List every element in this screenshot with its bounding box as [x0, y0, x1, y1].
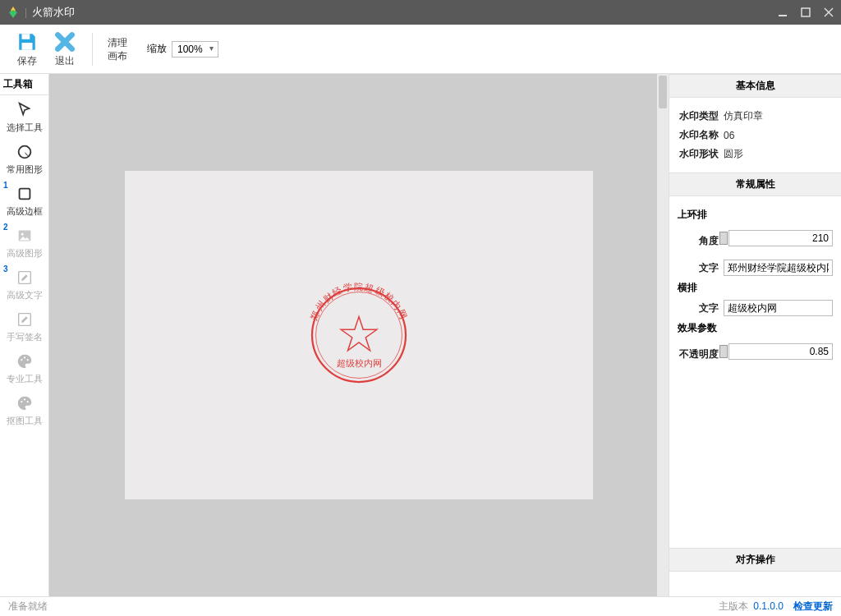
svg-rect-7 — [22, 43, 33, 50]
tool-label: 高级图形 — [7, 247, 43, 260]
svg-rect-3 — [802, 8, 810, 16]
minimize-button[interactable] — [777, 7, 788, 18]
tool-0[interactable]: 选择工具 — [0, 95, 48, 137]
svg-point-20 — [23, 398, 25, 400]
opacity-input[interactable] — [728, 343, 833, 360]
tool-label: 选择工具 — [7, 122, 43, 134]
svg-point-13 — [21, 233, 23, 236]
status-text: 准备就绪 — [8, 600, 48, 614]
toolbar-separator — [92, 33, 93, 66]
exit-button[interactable]: 退出 — [46, 28, 84, 70]
app-title: 火箭水印 — [32, 5, 777, 20]
tool-3[interactable]: 2高级图形 — [0, 221, 48, 263]
clear-label-1: 清理 — [108, 36, 127, 49]
normal-props-section: 上环排 角度 文字 横排 文字 效果参数 不透明度 — [669, 196, 841, 379]
edit-icon — [15, 310, 34, 329]
svg-point-17 — [23, 356, 25, 358]
shape-label: 水印形状 — [678, 147, 724, 161]
name-label: 水印名称 — [678, 128, 724, 142]
tool-badge: 3 — [3, 264, 8, 274]
svg-rect-6 — [22, 34, 30, 39]
edit-icon — [15, 268, 34, 287]
svg-point-21 — [26, 401, 28, 402]
tool-1[interactable]: 常用图形 — [0, 137, 48, 179]
canvas[interactable]: 郑州财经学院超级校内网 超级校内网 — [125, 171, 593, 499]
tool-4[interactable]: 3高级文字 — [0, 263, 48, 305]
zoom-label: 缩放 — [147, 42, 167, 56]
tool-label: 手写签名 — [7, 331, 43, 343]
align-header: 对齐操作 — [669, 548, 841, 572]
upper-text-label: 文字 — [678, 261, 724, 275]
main-toolbar: 保存 退出 清理 画布 缩放 100% — [0, 25, 841, 74]
upper-text-input[interactable] — [724, 260, 833, 276]
tool-6[interactable]: 专业工具 — [0, 347, 48, 388]
tool-2[interactable]: 1高级边框 — [0, 179, 48, 221]
square-icon — [15, 184, 34, 204]
close-button[interactable] — [823, 7, 834, 18]
horiz-text-input[interactable] — [724, 300, 833, 316]
stamp-watermark[interactable]: 郑州财经学院超级校内网 超级校内网 — [297, 274, 420, 397]
version-value: 0.1.0.0 — [753, 600, 784, 612]
name-value: 06 — [724, 130, 833, 141]
svg-point-19 — [21, 401, 22, 402]
window-buttons — [777, 7, 834, 18]
exit-icon — [54, 30, 76, 54]
basic-info-header: 基本信息 — [669, 74, 841, 98]
opacity-label: 不透明度 — [678, 347, 724, 361]
maximize-button[interactable] — [800, 7, 811, 18]
basic-info-section: 水印类型仿真印章 水印名称06 水印形状圆形 — [669, 98, 841, 172]
svg-point-16 — [21, 359, 22, 361]
upper-ring-header: 上环排 — [678, 208, 833, 222]
horizontal-header: 横排 — [678, 281, 833, 295]
zoom-value: 100% — [177, 44, 203, 55]
svg-marker-1 — [9, 10, 17, 18]
angle-input[interactable] — [728, 230, 833, 246]
main-area: 工具箱 选择工具常用图形1高级边框2高级图形3高级文字手写签名专业工具抠图工具 … — [0, 74, 841, 596]
toolbox-header: 工具箱 — [0, 74, 48, 95]
angle-label: 角度 — [678, 234, 724, 248]
type-label: 水印类型 — [678, 109, 724, 123]
zoom-select[interactable]: 100% — [172, 41, 218, 57]
toolbox-panel: 工具箱 选择工具常用图形1高级边框2高级图形3高级文字手写签名专业工具抠图工具 — [0, 74, 49, 596]
shape-value: 圆形 — [724, 147, 833, 161]
check-update-link[interactable]: 检查更新 — [793, 600, 833, 614]
tool-badge: 2 — [3, 223, 8, 232]
tool-label: 常用图形 — [7, 163, 43, 176]
palette-icon — [15, 393, 34, 413]
svg-rect-2 — [779, 15, 787, 16]
palette-icon — [15, 352, 34, 371]
svg-point-18 — [26, 359, 28, 361]
status-bar: 准备就绪 主版本 0.1.0.0 检查更新 — [0, 596, 841, 616]
canvas-viewport[interactable]: 郑州财经学院超级校内网 超级校内网 — [49, 74, 669, 596]
titlebar: | 火箭水印 — [0, 0, 841, 25]
image-icon — [15, 226, 34, 246]
version-label: 主版本 — [719, 600, 748, 612]
exit-label: 退出 — [55, 54, 75, 68]
property-panel: 基本信息 水印类型仿真印章 水印名称06 水印形状圆形 常规属性 上环排 角度 … — [669, 74, 841, 596]
stamp-center-text: 超级校内网 — [337, 358, 382, 368]
save-button[interactable]: 保存 — [8, 28, 46, 70]
tool-label: 高级文字 — [7, 289, 43, 301]
app-logo-icon — [7, 6, 20, 19]
tool-5[interactable]: 手写签名 — [0, 305, 48, 347]
tool-label: 高级边框 — [7, 205, 43, 218]
clear-label-2: 画布 — [108, 49, 127, 62]
align-section — [669, 572, 841, 596]
cursor-icon — [15, 100, 34, 120]
tool-label: 专业工具 — [7, 373, 43, 385]
tool-badge: 1 — [3, 181, 8, 190]
tool-7[interactable]: 抠图工具 — [0, 388, 48, 430]
tool-label: 抠图工具 — [7, 415, 43, 427]
clear-canvas-button[interactable]: 清理 画布 — [101, 36, 134, 62]
titlebar-separator: | — [25, 7, 27, 18]
canvas-scrollbar[interactable] — [657, 74, 669, 596]
effect-header: 效果参数 — [678, 321, 833, 335]
save-label: 保存 — [17, 54, 37, 68]
circle-icon — [15, 142, 34, 162]
svg-rect-11 — [19, 189, 30, 200]
normal-props-header: 常规属性 — [669, 172, 841, 196]
type-value: 仿真印章 — [724, 109, 833, 123]
save-icon — [16, 30, 38, 54]
horiz-text-label: 文字 — [678, 301, 724, 315]
zoom-control: 缩放 100% — [147, 41, 218, 57]
